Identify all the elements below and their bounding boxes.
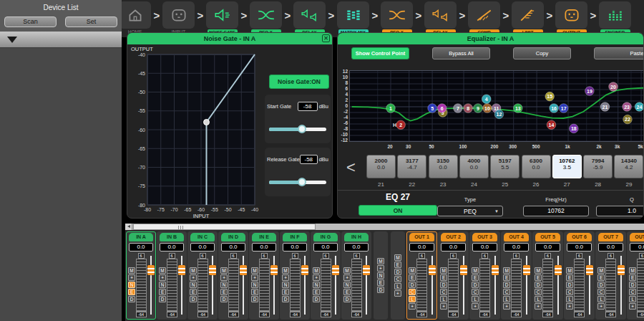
channel-tab[interactable]: IN B xyxy=(160,233,184,241)
process-toggle-M[interactable]: M xyxy=(190,267,197,274)
fader-track[interactable] xyxy=(301,253,308,317)
process-toggle-+[interactable]: + xyxy=(313,274,320,281)
fader-handle[interactable] xyxy=(332,265,339,275)
fader-track[interactable] xyxy=(270,253,278,317)
fader-track[interactable] xyxy=(554,253,562,317)
process-toggle-M[interactable]: M xyxy=(377,258,384,264)
fader-handle[interactable] xyxy=(209,265,216,275)
process-toggle-N[interactable]: N xyxy=(128,282,135,288)
fader-handle[interactable] xyxy=(586,265,593,275)
fader-handle[interactable] xyxy=(178,265,185,275)
process-toggle-M[interactable]: M xyxy=(159,267,166,274)
process-toggle-D[interactable]: D xyxy=(313,296,320,302)
channel-strip-in-f[interactable]: IN F0.0M+NED6-64 xyxy=(280,231,310,320)
process-toggle-D[interactable]: D xyxy=(343,296,351,302)
process-toggle-E[interactable]: E xyxy=(377,279,384,286)
channel-gain-value[interactable]: 0.0 xyxy=(160,243,184,251)
fader-handle[interactable] xyxy=(240,265,247,275)
channel-strip-in-b[interactable]: IN B0.0M+NED6-64 xyxy=(157,231,187,320)
eq-band-cell-23[interactable]: 31500.0 xyxy=(429,155,458,178)
process-toggle-D[interactable]: D xyxy=(220,296,228,302)
fader-track[interactable] xyxy=(147,253,155,317)
fader-handle[interactable] xyxy=(555,265,562,275)
process-toggle-E[interactable]: E xyxy=(159,289,166,295)
process-toggle-+[interactable]: + xyxy=(472,303,479,310)
process-toggle-M[interactable]: M xyxy=(251,267,258,274)
channel-gain-value[interactable]: 0.0 xyxy=(313,243,338,251)
release-gate-slider[interactable] xyxy=(269,178,326,186)
process-toggle-E[interactable]: E xyxy=(251,289,258,295)
channel-strip-in-h[interactable]: IN H0.0M+NED6-64 xyxy=(341,231,371,320)
q-input[interactable]: 1.0 xyxy=(596,206,644,216)
process-toggle-D[interactable]: D xyxy=(190,296,197,302)
process-toggle-C[interactable]: C xyxy=(440,289,447,295)
release-gate-slider-handle[interactable] xyxy=(298,178,306,186)
process-toggle-+[interactable]: + xyxy=(282,274,289,281)
channel-strip-out-7[interactable]: OUT 70.0MEDCL+6-64 xyxy=(595,231,626,320)
process-toggle-+[interactable]: + xyxy=(566,303,573,310)
process-toggle-C[interactable]: C xyxy=(629,289,636,295)
eq-on-button[interactable]: ON xyxy=(358,205,437,216)
channel-tab[interactable]: IN F xyxy=(283,233,307,241)
process-toggle-D[interactable]: D xyxy=(503,282,510,288)
start-gate-value[interactable]: -58 xyxy=(298,102,318,111)
process-toggle-M[interactable]: M xyxy=(313,267,320,274)
process-toggle-D[interactable]: D xyxy=(629,282,636,288)
fader-handle[interactable] xyxy=(147,265,155,275)
fader-track[interactable] xyxy=(428,253,436,317)
channel-strip-in-d[interactable]: IN D0.0M+NED6-64 xyxy=(218,231,248,320)
process-toggle-E[interactable]: E xyxy=(190,289,197,295)
process-toggle-C[interactable]: C xyxy=(409,289,416,295)
process-toggle-+[interactable]: + xyxy=(535,303,542,310)
eq-band-cell-22[interactable]: 3177-4.7 xyxy=(397,155,426,178)
fader-track[interactable] xyxy=(208,253,216,317)
process-toggle-D[interactable]: D xyxy=(394,269,401,275)
process-toggle-E[interactable]: E xyxy=(282,289,289,295)
process-toggle-D[interactable]: D xyxy=(566,282,573,288)
channel-gain-value[interactable]: 0.0 xyxy=(190,243,215,251)
process-toggle-+[interactable]: + xyxy=(409,303,416,310)
channel-tab[interactable]: OUT 3 xyxy=(472,233,497,241)
process-toggle-D[interactable]: D xyxy=(440,282,447,288)
channel-strip-in-g[interactable]: IN G0.0M+NED6-64 xyxy=(311,231,341,320)
fader-handle[interactable] xyxy=(363,265,370,275)
process-toggle-E[interactable]: E xyxy=(128,289,135,295)
channel-tab[interactable]: OUT 7 xyxy=(598,233,623,241)
toolbar-item-comp[interactable]: COMP xyxy=(468,1,500,35)
fader-handle[interactable] xyxy=(460,265,467,275)
process-toggle-E[interactable]: E xyxy=(440,274,447,281)
scroll-left-arrow-icon[interactable] xyxy=(125,224,132,230)
channel-tab[interactable]: OUT 5 xyxy=(535,233,560,241)
process-toggle-+[interactable]: + xyxy=(377,265,384,272)
process-toggle-M[interactable]: M xyxy=(597,267,605,274)
channel-strip-out-8[interactable]: OUT 80.0MEDCL+6-64 xyxy=(627,231,644,320)
eq-band-cell-21[interactable]: 20000.0 xyxy=(366,155,396,178)
fader-track[interactable] xyxy=(459,253,467,317)
process-toggle-+[interactable]: + xyxy=(440,303,447,310)
copy-button[interactable]: Copy xyxy=(513,47,571,59)
process-toggle-E[interactable]: E xyxy=(343,289,351,295)
eq-band-cell-29[interactable]: 143404.2 xyxy=(614,155,643,178)
channel-gain-value[interactable]: 0.0 xyxy=(567,243,592,251)
process-toggle-L[interactable]: L xyxy=(503,296,510,302)
channel-strip-out-2[interactable]: OUT 20.0MEDCL+6-64 xyxy=(438,231,469,320)
process-toggle-+[interactable]: + xyxy=(503,303,510,310)
channel-tab[interactable]: IN E xyxy=(252,233,276,241)
process-toggle-D[interactable]: D xyxy=(409,282,416,288)
channel-gain-value[interactable]: 0.0 xyxy=(221,243,245,251)
channel-strip-out-1[interactable]: OUT 10.0MEDCL+6-64 xyxy=(406,231,437,320)
fader-track[interactable] xyxy=(331,253,339,317)
process-toggle-C[interactable]: C xyxy=(503,289,510,295)
channel-strip-in-c[interactable]: IN C0.0M+NED6-64 xyxy=(187,231,218,320)
process-toggle-M[interactable]: M xyxy=(566,267,573,274)
process-toggle-L[interactable]: L xyxy=(409,296,416,302)
fader-handle[interactable] xyxy=(618,265,625,275)
toolbar-item-delay[interactable]: DELAY xyxy=(293,1,326,35)
process-toggle-+[interactable]: + xyxy=(190,274,197,281)
channel-gain-value[interactable]: 0.0 xyxy=(409,243,434,251)
channel-gain-value[interactable]: 0.0 xyxy=(344,243,369,251)
start-gate-slider[interactable] xyxy=(269,125,326,133)
process-toggle-E[interactable]: E xyxy=(503,274,510,281)
channel-gain-value[interactable]: 0.0 xyxy=(504,243,529,251)
channel-strip-out-4[interactable]: OUT 40.0MEDCL+6-64 xyxy=(501,231,532,320)
